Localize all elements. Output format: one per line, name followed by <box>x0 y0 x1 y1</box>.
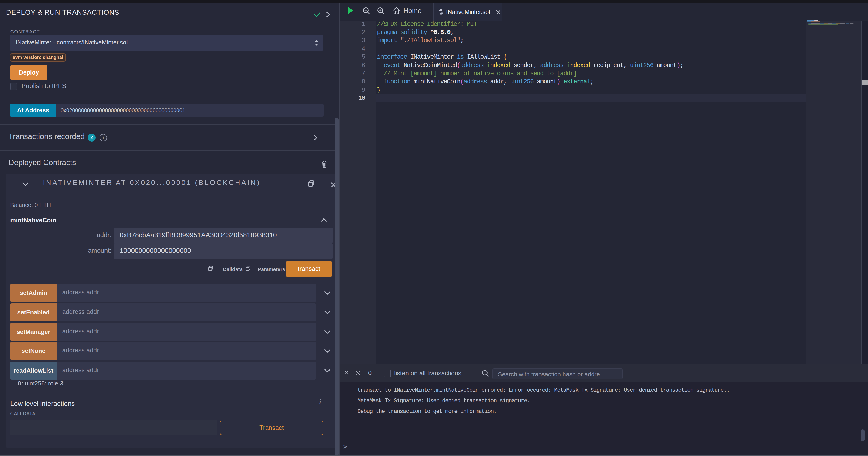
svg-text:i: i <box>103 135 104 140</box>
